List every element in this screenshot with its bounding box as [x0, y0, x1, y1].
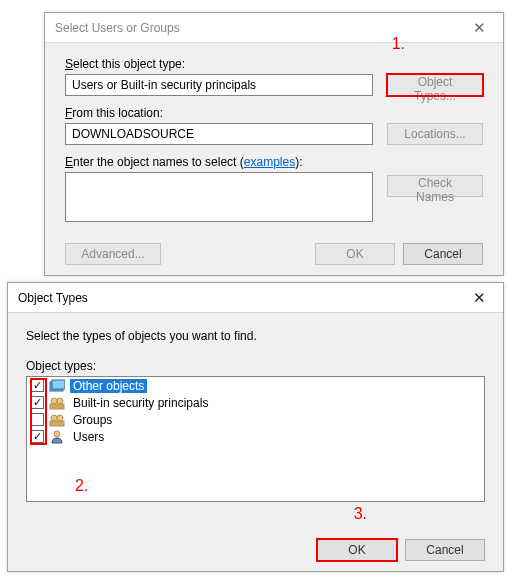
from-location-row: Locations...	[65, 123, 483, 145]
ok-button[interactable]: OK	[315, 243, 395, 265]
button-row: OK Cancel	[8, 539, 503, 561]
svg-point-5	[51, 415, 57, 421]
titlebar: Select Users or Groups ✕	[45, 13, 503, 43]
list-item[interactable]: Built-in security principals	[27, 394, 484, 411]
object-types-list[interactable]: Other objects Built-in security principa…	[26, 376, 485, 502]
dialog-title: Object Types	[18, 291, 88, 305]
advanced-button[interactable]: Advanced...	[65, 243, 161, 265]
dialog-body: 1. Select this object type: Object Types…	[45, 43, 503, 244]
titlebar: Object Types ✕	[8, 283, 503, 313]
select-users-dialog: Select Users or Groups ✕ 1. Select this …	[44, 12, 504, 276]
user-icon	[48, 429, 66, 444]
list-item[interactable]: Other objects	[27, 377, 484, 394]
from-location-field[interactable]	[65, 123, 373, 145]
enter-names-label: Enter the object names to select (exampl…	[65, 155, 483, 169]
list-label: Object types:	[26, 359, 485, 373]
list-item-label: Groups	[70, 413, 115, 427]
cancel-button[interactable]: Cancel	[405, 539, 485, 561]
svg-point-6	[57, 415, 63, 421]
from-location-label: From this location:	[65, 106, 483, 120]
object-type-row: Object Types...	[65, 74, 483, 96]
dialog-body: Select the types of objects you want to …	[8, 313, 503, 571]
close-icon[interactable]: ✕	[465, 283, 493, 312]
svg-point-8	[54, 431, 60, 437]
svg-rect-7	[50, 421, 64, 426]
instruction-text: Select the types of objects you want to …	[26, 329, 485, 343]
object-type-field[interactable]	[65, 74, 373, 96]
annotation-2: 2.	[75, 477, 88, 495]
object-types-button[interactable]: Object Types...	[387, 74, 483, 96]
checkbox-icon[interactable]	[31, 396, 44, 409]
list-item-label: Users	[70, 430, 107, 444]
checkbox-icon[interactable]	[31, 430, 44, 443]
button-row: Advanced... OK Cancel	[45, 243, 503, 265]
group-icon	[48, 395, 66, 410]
checkbox-icon[interactable]	[31, 413, 44, 426]
enter-names-row: Check Names	[65, 172, 483, 222]
list-item[interactable]: Users	[27, 428, 484, 445]
ok-button[interactable]: OK	[317, 539, 397, 561]
annotation-1: 1.	[392, 35, 405, 53]
list-item-label: Other objects	[70, 379, 147, 393]
object-type-label: Select this object type:	[65, 57, 483, 71]
examples-link[interactable]: examples	[244, 155, 295, 169]
dialog-title: Select Users or Groups	[55, 21, 180, 35]
list-item[interactable]: Groups	[27, 411, 484, 428]
close-icon[interactable]: ✕	[465, 13, 493, 42]
cancel-button[interactable]: Cancel	[403, 243, 483, 265]
svg-point-3	[57, 398, 63, 404]
cube-icon	[48, 378, 66, 393]
svg-point-2	[51, 398, 57, 404]
locations-button[interactable]: Locations...	[387, 123, 483, 145]
object-types-dialog: Object Types ✕ Select the types of objec…	[7, 282, 504, 572]
checkbox-icon[interactable]	[31, 379, 44, 392]
svg-rect-4	[50, 404, 64, 409]
check-names-button[interactable]: Check Names	[387, 175, 483, 197]
list-item-label: Built-in security principals	[70, 396, 211, 410]
object-names-input[interactable]	[65, 172, 373, 222]
annotation-3: 3.	[354, 505, 367, 523]
group-icon	[48, 412, 66, 427]
svg-rect-1	[52, 380, 65, 389]
